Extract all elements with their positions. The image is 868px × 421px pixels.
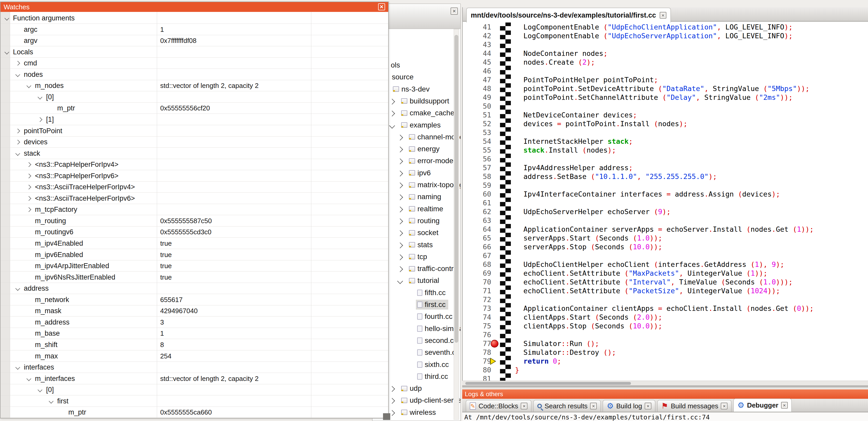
code-line-62[interactable]: UdpEchoServerHelper echoServer (9);	[515, 207, 671, 216]
chevron-down-icon[interactable]	[15, 151, 20, 156]
chevron-down-icon[interactable]	[397, 278, 403, 284]
watch-row-m-ptr[interactable]: m_ptr0x55555556cf20	[1, 102, 388, 114]
watch-row-pointtopoint[interactable]: pointToPoint	[1, 125, 388, 136]
line-number[interactable]: 43	[469, 40, 491, 49]
chevron-down-icon[interactable]	[15, 286, 20, 291]
code-line-42[interactable]: LogComponentEnable ("UdpEchoServerApplic…	[515, 32, 793, 40]
code-line-80[interactable]: }	[515, 366, 519, 375]
watch-row-address[interactable]: address	[1, 283, 388, 294]
chevron-down-icon[interactable]	[26, 84, 31, 88]
line-number[interactable]: 64	[469, 225, 491, 234]
code-line-79[interactable]: return 0;	[515, 357, 561, 366]
code-line-51[interactable]: NetDeviceContainer devices;	[515, 111, 637, 120]
chevron-down-icon[interactable]	[37, 387, 42, 392]
watch-row--0-[interactable]: [0]	[1, 91, 388, 103]
line-number[interactable]: 62	[469, 207, 491, 216]
chevron-right-icon[interactable]	[397, 134, 403, 140]
line-number[interactable]: 68	[469, 260, 491, 269]
chevron-right-icon[interactable]	[26, 207, 31, 212]
watch-row-interfaces[interactable]: interfaces	[1, 361, 388, 373]
chevron-right-icon[interactable]	[389, 99, 395, 105]
line-number[interactable]: 77	[469, 339, 491, 348]
watch-row-m-tcpfactory[interactable]: m_tcpFactory	[1, 204, 388, 215]
watch-row-nodes[interactable]: nodes	[1, 69, 388, 80]
code-line-66[interactable]: serverApps.Stop (Seconds (10.0));	[515, 242, 662, 251]
chevron-right-icon[interactable]	[397, 219, 403, 224]
log-tab-close-icon[interactable]: ✕	[781, 402, 788, 409]
watches-resize-grip[interactable]	[383, 413, 390, 420]
watches-body[interactable]: Function argumentsargc1argv0x7fffffffdf0…	[1, 12, 388, 418]
watch-row-argc[interactable]: argc1	[1, 24, 388, 35]
code-line-71[interactable]: echoClient.SetAttribute ("PacketSize", U…	[515, 287, 780, 295]
chevron-right-icon[interactable]	[15, 129, 20, 133]
code-line-74[interactable]: clientApps.Start (Seconds (2.0));	[515, 313, 662, 322]
watches-close-icon[interactable]: ✕	[378, 3, 385, 10]
chevron-right-icon[interactable]	[389, 111, 395, 117]
code-line-55[interactable]: stack.Install (nodes);	[515, 146, 616, 155]
watch-row-cmd[interactable]: cmd	[1, 57, 388, 69]
code-line-49[interactable]: pointToPoint.SetChannelAttribute ("Delay…	[515, 93, 793, 102]
line-number[interactable]: 75	[469, 322, 491, 330]
watch-row-m-ipv6nsrsjitterenabled[interactable]: m_ipv6NsRsJitterEnabledtrue	[1, 271, 388, 283]
log-tab-search-results[interactable]: Search results✕	[533, 400, 601, 412]
breakpoint-marker[interactable]	[491, 340, 498, 348]
line-number[interactable]: 76	[469, 330, 491, 339]
code-line-54[interactable]: InternetStackHelper stack;	[515, 137, 633, 146]
watch-row-m-ipv4arpjitterenabled[interactable]: m_ipv4ArpJitterEnabledtrue	[1, 260, 388, 271]
chevron-right-icon[interactable]	[26, 196, 31, 201]
line-number[interactable]: 80	[469, 366, 491, 375]
chevron-right-icon[interactable]	[37, 117, 42, 122]
code-line-75[interactable]: clientApps.Stop (Seconds (10.0));	[515, 322, 662, 330]
chevron-right-icon[interactable]	[389, 398, 395, 404]
editor-tab-first-cc[interactable]: mnt/dev/tools/source/ns-3-dev/examples/t…	[466, 8, 671, 23]
editor-hscrollbar[interactable]	[462, 381, 868, 385]
log-tab-close-icon[interactable]: ✕	[590, 402, 597, 409]
line-number[interactable]: 48	[469, 84, 491, 93]
chevron-right-icon[interactable]	[26, 185, 31, 190]
watch-row--ns3-asciitracehelperforipv6-[interactable]: <ns3::AsciiTraceHelperForIpv6>	[1, 193, 388, 204]
line-number[interactable]: 60	[469, 190, 491, 199]
code-area[interactable]: 4142434445464748495051525354555657585960…	[462, 22, 868, 381]
line-number[interactable]: 55	[469, 146, 491, 155]
tree-scrollbar-thumb[interactable]	[455, 35, 458, 343]
log-tab-code-blocks[interactable]: ✎Code::Blocks✕	[466, 400, 531, 412]
line-number[interactable]: 54	[469, 137, 491, 146]
watch-row--ns3-asciitracehelperforipv4-[interactable]: <ns3::AsciiTraceHelperForIpv4>	[1, 181, 388, 193]
code-line-47[interactable]: PointToPointHelper pointToPoint;	[515, 75, 658, 84]
watch-row-m-interfaces[interactable]: m_interfacesstd::vector of length 2, cap…	[1, 373, 388, 384]
code-line-44[interactable]: NodeContainer nodes;	[515, 49, 608, 58]
line-number[interactable]: 69	[469, 269, 491, 278]
log-tab-build-messages[interactable]: ⚑Build messages✕	[657, 400, 731, 412]
watch-row-m-shift[interactable]: m_shift8	[1, 339, 388, 350]
chevron-down-icon[interactable]	[4, 16, 9, 21]
project-pane-close-icon[interactable]: ✕	[451, 7, 458, 15]
line-number[interactable]: 41	[469, 23, 491, 32]
watch-row--ns3-pcaphelperforipv6-[interactable]: <ns3::PcapHelperForIpv6>	[1, 170, 388, 182]
line-number[interactable]: 58	[469, 172, 491, 181]
watch-row-m-routing[interactable]: m_routing0x555555587c50	[1, 215, 388, 227]
code-line-69[interactable]: echoClient.SetAttribute ("MaxPackets", U…	[515, 269, 767, 278]
watch-row-m-ipv6enabled[interactable]: m_ipv6Enabledtrue	[1, 249, 388, 260]
watch-row-m-network[interactable]: m_network655617	[1, 294, 388, 305]
line-number[interactable]: 42	[469, 32, 491, 40]
line-number[interactable]: 79	[469, 357, 491, 366]
chevron-down-icon[interactable]	[49, 399, 53, 403]
code-line-52[interactable]: devices = pointToPoint.Install (nodes);	[515, 120, 688, 128]
chevron-down-icon[interactable]	[15, 365, 20, 369]
watch-row-m-ptr[interactable]: m_ptr0x5555555ca660	[1, 407, 388, 418]
watch-row-m-address[interactable]: m_address3	[1, 317, 388, 328]
watch-row-m-base[interactable]: m_base1	[1, 328, 388, 339]
line-number[interactable]: 63	[469, 216, 491, 225]
chevron-right-icon[interactable]	[397, 230, 403, 236]
editor-tab-close-icon[interactable]: ✕	[660, 12, 666, 19]
line-number[interactable]: 67	[469, 251, 491, 260]
line-number[interactable]: 72	[469, 295, 491, 304]
line-number[interactable]: 47	[469, 75, 491, 84]
watch-row-devices[interactable]: devices	[1, 136, 388, 148]
code-line-77[interactable]: Simulator::Run ();	[515, 339, 599, 348]
code-line-45[interactable]: nodes.Create (2);	[515, 58, 595, 67]
watch-row-m-ipv4enabled[interactable]: m_ipv4Enabledtrue	[1, 238, 388, 249]
code-line-68[interactable]: UdpEchoClientHelper echoClient (interfac…	[515, 260, 784, 269]
watch-row-m-mask[interactable]: m_mask4294967040	[1, 305, 388, 317]
line-number[interactable]: 73	[469, 304, 491, 313]
